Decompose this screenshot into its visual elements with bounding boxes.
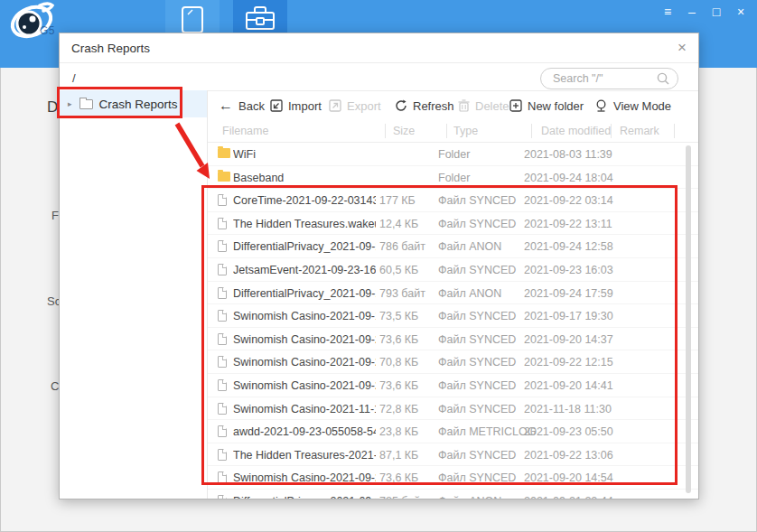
table-row[interactable]: Swinomish Casino-2021-11-18-1... 72,8 КБ… xyxy=(208,397,698,421)
export-icon xyxy=(329,99,341,112)
table-row[interactable]: DifferentialPrivacy_2021-09-21-22... 785… xyxy=(208,490,698,499)
cell-date-modified: 2021-09-22 13:06 xyxy=(524,449,613,462)
new-folder-button[interactable]: New folder xyxy=(509,91,584,120)
cell-size: 73,6 КБ xyxy=(379,471,418,484)
table-row[interactable]: Baseband Folder 2021-09-24 18:04 xyxy=(208,166,698,190)
delete-label: Delete xyxy=(475,99,509,113)
cell-date-modified: 2021-09-22 12:15 xyxy=(524,356,613,369)
cell-type: Файл SYNCED xyxy=(438,449,516,462)
file-icon xyxy=(218,403,227,415)
file-icon xyxy=(218,449,227,461)
folder-outline-icon xyxy=(79,99,93,109)
cell-filename: WiFi xyxy=(233,148,256,161)
cell-size: 793 байт xyxy=(379,287,425,300)
divider xyxy=(531,124,532,138)
table-row[interactable]: Swinomish Casino-2021-09-20-1... 73,6 КБ… xyxy=(208,466,698,490)
background-partial-label: F xyxy=(51,209,59,222)
sidebar-item-crash-reports[interactable]: ▸ Crash Reports xyxy=(60,90,207,117)
column-header-date-modified[interactable]: Date modified xyxy=(541,125,611,137)
export-button[interactable]: Export xyxy=(329,91,381,120)
toolbox-icon xyxy=(245,5,276,31)
vertical-scrollbar[interactable] xyxy=(686,145,691,493)
file-icon xyxy=(218,310,227,322)
table-row[interactable]: DifferentialPrivacy_2021-09-24-12... 786… xyxy=(208,235,698,258)
search-input[interactable]: Search "/" xyxy=(540,68,678,89)
table-row[interactable]: JetsamEvent-2021-09-23-160316.... 60,5 К… xyxy=(208,258,698,282)
cell-type: Файл SYNCED xyxy=(438,471,516,484)
cell-filename: Baseband xyxy=(233,172,284,184)
table-row[interactable]: Swinomish Casino-2021-09-20-1... 73,6 КБ… xyxy=(208,328,698,351)
table-row[interactable]: Swinomish Casino-2021-09-22-1... 70,8 КБ… xyxy=(208,350,698,374)
cell-date-modified: 2021-09-20 14:37 xyxy=(524,333,613,346)
cell-date-modified: 2021-09-23 16:03 xyxy=(524,264,613,276)
table-row[interactable]: The Hidden Treasures-2021-09-2... 87,1 К… xyxy=(208,443,698,467)
table-row[interactable]: The Hidden Treasures.wakeups_r... 12,4 К… xyxy=(208,212,698,236)
column-header-type[interactable]: Type xyxy=(453,125,478,137)
cell-filename: DifferentialPrivacy_2021-09-24-17... xyxy=(233,287,376,300)
cell-filename: Swinomish Casino-2021-09-17-1... xyxy=(233,310,376,322)
file-icon xyxy=(218,240,227,252)
background-partial-label: D xyxy=(47,98,58,117)
cell-filename: Swinomish Casino-2021-11-18-1... xyxy=(233,403,376,415)
window-controls: ≡ – □ × xyxy=(660,4,748,20)
file-icon xyxy=(218,264,227,275)
cell-date-modified: 2021-09-17 19:30 xyxy=(524,310,613,322)
dialog-close-icon[interactable]: × xyxy=(678,39,687,57)
cell-type: Folder xyxy=(438,148,470,161)
file-icon xyxy=(218,218,227,229)
chevron-expand-icon[interactable]: ▸ xyxy=(68,99,72,108)
cell-type: Файл SYNCED xyxy=(438,403,516,415)
import-button[interactable]: Import xyxy=(270,91,322,120)
back-button[interactable]: ← Back xyxy=(219,91,265,120)
cell-filename: Swinomish Casino-2021-09-20-1... xyxy=(233,471,376,484)
cell-size: 785 байт xyxy=(379,495,425,499)
minimize-icon[interactable]: – xyxy=(685,4,699,20)
search-placeholder: Search "/" xyxy=(553,72,657,85)
column-header-filename[interactable]: Filename xyxy=(222,125,268,137)
crash-reports-dialog: Crash Reports × / Search "/" ▸ Crash Rep… xyxy=(59,33,699,499)
search-icon[interactable] xyxy=(657,72,669,85)
column-header-remark[interactable]: Remark xyxy=(620,125,659,137)
cell-type: Файл SYNCED xyxy=(438,333,516,346)
cell-type: Файл ANON xyxy=(438,287,501,300)
cell-filename: Swinomish Casino-2021-09-20-1... xyxy=(233,333,376,346)
divider xyxy=(674,124,675,138)
close-window-icon[interactable]: × xyxy=(734,4,748,20)
cell-size: 12,4 КБ xyxy=(379,218,418,230)
menu-icon[interactable]: ≡ xyxy=(660,4,675,20)
cell-date-modified: 2021-09-21 22:44 xyxy=(524,495,613,499)
cell-size: 786 байт xyxy=(379,240,425,253)
maximize-icon[interactable]: □ xyxy=(709,4,724,20)
column-header-size[interactable]: Size xyxy=(393,125,415,137)
view-mode-button[interactable]: View Mode xyxy=(594,91,671,120)
breadcrumb-path: / xyxy=(72,71,76,85)
file-icon xyxy=(218,333,227,345)
cell-type: Файл SYNCED xyxy=(438,218,516,230)
table-row[interactable]: CoreTime-2021-09-22-031438.ip... 177 КБ … xyxy=(208,189,698,212)
trash-icon xyxy=(458,99,470,112)
table-row[interactable]: awdd-2021-09-23-055058-542.co... 23,8 КБ… xyxy=(208,420,698,443)
cell-date-modified: 2021-09-24 18:04 xyxy=(524,172,613,184)
table-header: Filename Size Type Date modified Remark xyxy=(208,120,698,143)
cell-filename: DifferentialPrivacy_2021-09-21-22... xyxy=(233,495,376,499)
divider xyxy=(60,62,698,63)
refresh-icon xyxy=(395,99,407,112)
new-folder-label: New folder xyxy=(528,99,584,113)
delete-button[interactable]: Delete xyxy=(458,91,509,120)
refresh-label: Refresh xyxy=(413,99,454,113)
background-partial-label: C xyxy=(51,379,59,393)
file-icon xyxy=(218,425,227,437)
import-icon xyxy=(270,99,283,112)
table-row[interactable]: WiFi Folder 2021-08-03 11:39 xyxy=(208,143,698,166)
table-row[interactable]: Swinomish Casino-2021-09-17-1... 73,5 КБ… xyxy=(208,304,698,328)
cell-type: Файл SYNCED xyxy=(438,264,516,276)
cell-type: Folder xyxy=(438,172,470,184)
folder-icon xyxy=(218,172,230,182)
table-row[interactable]: DifferentialPrivacy_2021-09-24-17... 793… xyxy=(208,282,698,305)
file-icon xyxy=(218,356,227,368)
cell-size: 73,5 КБ xyxy=(379,310,418,322)
cell-date-modified: 2021-09-22 03:14 xyxy=(524,194,613,207)
cell-size: 60,5 КБ xyxy=(379,264,418,276)
table-row[interactable]: Swinomish Casino-2021-09-20-1... 73,6 КБ… xyxy=(208,374,698,397)
refresh-button[interactable]: Refresh xyxy=(395,91,454,120)
